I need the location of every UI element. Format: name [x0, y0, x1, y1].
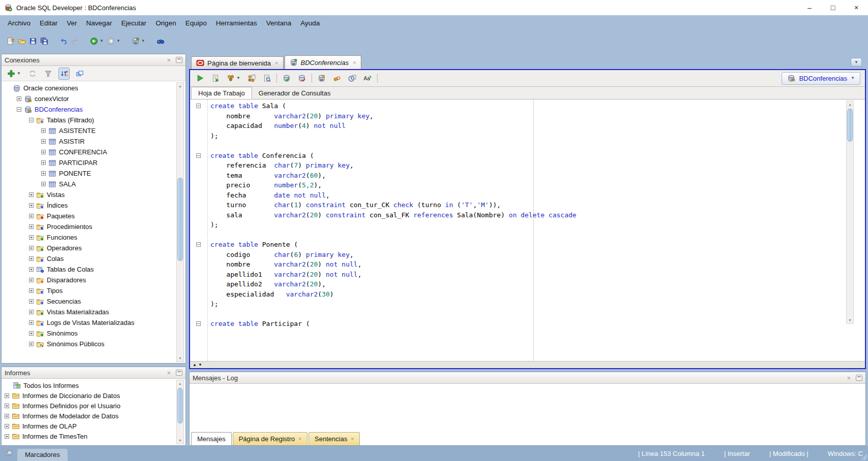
report-item-informes-de-modelador-de-datos[interactable]: +Informes de Modelador de Datos [2, 411, 185, 421]
resize-grip[interactable] [861, 454, 867, 460]
menu-editar[interactable]: Editar [35, 17, 62, 29]
run-statement-button[interactable] [195, 71, 206, 85]
document-tab-bdconferencias[interactable]: SQLBDConferencias× [285, 55, 361, 69]
report-item-todos-los-informes[interactable]: Todos los Informes [2, 380, 185, 390]
connections-close-icon[interactable]: × [164, 56, 174, 64]
menu-origen[interactable]: Origen [151, 17, 181, 29]
expand-icon[interactable]: + [17, 96, 21, 101]
expand-icon[interactable]: + [41, 150, 46, 154]
expand-icon[interactable]: + [29, 310, 34, 314]
expand-icon[interactable]: + [29, 342, 34, 346]
menu-navegar[interactable]: Navegar [82, 17, 117, 29]
undo-button[interactable] [58, 34, 69, 48]
connection-item-conferencia[interactable]: +CONFERENCIA [2, 147, 185, 157]
menu-ayuda[interactable]: Ayuda [296, 17, 324, 29]
log-tab-sentencias[interactable]: Sentencias× [308, 432, 360, 445]
open-file-button[interactable] [16, 34, 27, 48]
change-case-button[interactable]: Aa [362, 71, 373, 85]
collapse-icon[interactable]: − [17, 107, 21, 112]
split-down-icon[interactable]: ▼ [198, 363, 202, 367]
forward-button[interactable]: ▼ [105, 34, 122, 48]
connections-minimize-icon[interactable] [176, 57, 182, 63]
connection-item-funciones[interactable]: + Funciones [2, 232, 185, 243]
save-button[interactable] [27, 34, 39, 48]
connection-item-logs-de-vistas-materializadas[interactable]: + Logs de Vistas Materializadas [2, 317, 185, 328]
expand-icon[interactable]: + [29, 288, 34, 293]
tab-close-icon[interactable]: × [351, 436, 354, 442]
rollback-button[interactable] [296, 71, 307, 85]
tab-list-dropdown-icon[interactable]: ▼ [851, 58, 862, 67]
fold-collapse-icon[interactable]: − [196, 242, 201, 247]
log-tab-pagina-de-registro[interactable]: Página de Registro× [233, 432, 307, 445]
expand-icon[interactable]: + [29, 299, 34, 304]
connection-item-disparadores[interactable]: + Disparadores [2, 275, 185, 285]
reports-minimize-icon[interactable] [176, 370, 182, 376]
connection-item-tipos[interactable]: + Tipos [2, 285, 185, 296]
connection-item-tablas-de-colas[interactable]: +Tablas de Colas [2, 264, 185, 275]
scroll-down-icon[interactable]: ▼ [177, 437, 183, 444]
report-item-informes-de-olap[interactable]: +Informes de OLAP [2, 421, 185, 431]
dropdown-caret-icon[interactable]: ▼ [17, 72, 21, 76]
explain-plan-button[interactable] [246, 71, 257, 85]
expand-icon[interactable]: + [5, 393, 9, 398]
expand-icon[interactable]: + [5, 414, 9, 418]
connection-item-vistas[interactable]: + Vistas [2, 189, 185, 200]
connections-scrollbar[interactable]: ▲ ▼ [176, 82, 184, 362]
refresh-button[interactable] [27, 68, 38, 80]
menu-herramientas[interactable]: Herramientas [211, 17, 262, 29]
collapse-icon[interactable]: − [29, 118, 34, 122]
connection-selector[interactable]: BDConferencias▼ [782, 72, 860, 85]
minimize-button[interactable]: – [798, 0, 821, 15]
worksheet-tab-generador-de-consultas[interactable]: Generador de Consultas [252, 87, 337, 99]
tab-close-icon[interactable]: × [298, 436, 301, 442]
connection-item-colas[interactable]: + Colas [2, 253, 185, 264]
dropdown-caret-icon[interactable]: ▼ [851, 76, 855, 80]
expand-icon[interactable]: + [5, 424, 9, 429]
expand-icon[interactable]: + [29, 267, 34, 272]
dropdown-caret-icon[interactable]: ▼ [141, 39, 145, 43]
redo-button[interactable] [69, 34, 80, 48]
expand-icon[interactable]: + [29, 224, 34, 229]
connection-item-operadores[interactable]: + Operadores [2, 243, 185, 253]
expand-icon[interactable]: + [5, 434, 9, 439]
connection-item-sala[interactable]: +SALA [2, 179, 185, 189]
bookmarks-tab[interactable]: Marcadores [17, 449, 68, 461]
menu-ventana[interactable]: Ventana [262, 17, 296, 29]
expand-icon[interactable]: + [41, 182, 46, 186]
scroll-down-icon[interactable]: ▼ [177, 355, 183, 361]
connection-item-asistente[interactable]: +ASISTENTE [2, 125, 185, 136]
reports-close-icon[interactable]: × [164, 369, 174, 377]
autotrace-button[interactable]: ▼ [225, 71, 242, 85]
back-button[interactable]: ▼ [88, 34, 105, 48]
tab-close-icon[interactable]: × [275, 60, 278, 66]
split-up-icon[interactable]: ▲ [193, 363, 197, 367]
menu-archivo[interactable]: Archivo [3, 17, 35, 29]
report-item-informes-definidos-por-el-usuario[interactable]: +Informes Definidos por el Usuario [2, 401, 185, 411]
connection-item-bdconferencias[interactable]: − BDConferencias [2, 104, 185, 115]
document-tab-pagina-de-bienvenida[interactable]: Página de bienvenida× [191, 56, 284, 69]
expand-icon[interactable]: + [29, 203, 34, 208]
expand-icon[interactable]: + [5, 404, 9, 408]
sort-button[interactable] [58, 68, 70, 80]
dropdown-caret-icon[interactable]: ▼ [100, 39, 104, 43]
connection-item-sinonimos[interactable]: + Sinónimos [2, 328, 185, 339]
collapse-all-button[interactable] [74, 68, 85, 80]
sql-history-button[interactable] [347, 71, 358, 85]
maximize-button[interactable]: □ [821, 0, 845, 15]
scroll-up-icon[interactable]: ▲ [177, 380, 183, 387]
connections-button[interactable]: SQL▼ [130, 34, 147, 48]
expand-icon[interactable]: + [29, 246, 34, 250]
connection-item-asistir[interactable]: +ASISTIR [2, 136, 185, 147]
connection-item-secuencias[interactable]: + Secuencias [2, 296, 185, 307]
scroll-up-icon[interactable]: ▲ [177, 83, 183, 89]
fold-collapse-icon[interactable]: − [196, 104, 201, 108]
expand-icon[interactable]: + [29, 331, 34, 336]
new-file-button[interactable] [5, 34, 16, 48]
connection-item-tablas-filtrado[interactable]: − Tablas (Filtrado) [2, 115, 185, 125]
expand-icon[interactable]: + [29, 256, 34, 261]
expand-icon[interactable]: + [41, 139, 46, 144]
expand-icon[interactable]: + [29, 320, 34, 325]
sql-editor[interactable]: ▲ ▼ −create table Sala ( nombre varchar2… [190, 100, 865, 361]
menu-equipo[interactable]: Equipo [181, 17, 211, 29]
expand-icon[interactable]: + [29, 278, 34, 282]
